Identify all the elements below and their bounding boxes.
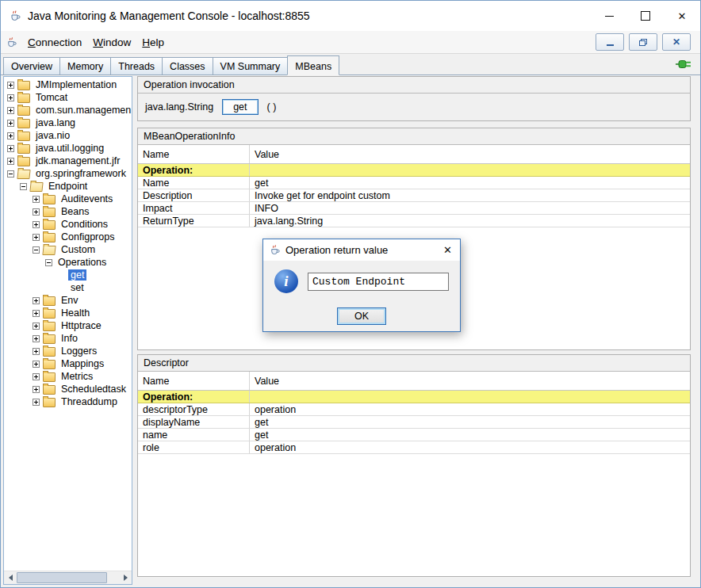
tree-expander-icon[interactable] xyxy=(7,94,14,101)
tree-item[interactable]: Threaddump xyxy=(4,395,132,408)
tree-item[interactable]: Info xyxy=(4,332,132,345)
invoke-get-button[interactable]: get xyxy=(222,99,258,115)
dialog-body: i OK xyxy=(263,261,460,331)
tree-expander-icon[interactable] xyxy=(33,234,40,241)
folder-icon xyxy=(43,347,56,357)
column-header-value[interactable]: Value xyxy=(250,372,690,390)
cell-name: Description xyxy=(138,189,250,201)
tab[interactable]: Threads xyxy=(110,57,163,74)
tree-expander-icon[interactable] xyxy=(33,361,40,368)
tree-expander-icon[interactable] xyxy=(33,335,40,342)
tree-item[interactable]: java.lang xyxy=(4,116,132,129)
tree-expander-icon[interactable] xyxy=(33,246,40,254)
ok-button[interactable]: OK xyxy=(337,307,386,325)
tree-expander-icon[interactable] xyxy=(7,107,14,114)
menu-item[interactable]: Connection xyxy=(22,33,87,52)
tree-expander-icon[interactable] xyxy=(7,120,14,127)
tree-expander-icon[interactable] xyxy=(33,348,40,355)
tree-item[interactable]: Endpoint xyxy=(4,180,132,193)
minimize-icon[interactable] xyxy=(591,1,627,31)
tab[interactable]: Classes xyxy=(162,57,213,74)
close-icon[interactable]: ✕ xyxy=(664,1,700,31)
dialog-title-bar[interactable]: Operation return value ✕ xyxy=(263,239,460,261)
tree-expander-icon[interactable] xyxy=(33,399,40,406)
tabs: OverviewMemoryThreadsClassesVM SummaryMB… xyxy=(3,55,339,74)
tree-expander-icon[interactable] xyxy=(7,158,14,165)
tab[interactable]: MBeans xyxy=(287,55,339,75)
menu-item[interactable]: Help xyxy=(136,33,170,52)
cell-value xyxy=(250,391,690,403)
cell-value: operation xyxy=(250,441,690,453)
frame-close-icon[interactable]: ✕ xyxy=(662,33,691,51)
tree-item[interactable]: Env xyxy=(4,294,132,307)
tree-expander-icon[interactable] xyxy=(33,373,40,380)
menu-item[interactable]: Window xyxy=(87,33,136,52)
tree-expander-icon[interactable] xyxy=(7,170,14,178)
scrollbar-thumb[interactable] xyxy=(17,572,107,583)
tree-item[interactable]: Metrics xyxy=(4,370,132,383)
table-row[interactable]: Operation: xyxy=(138,164,690,177)
tree-item[interactable]: Scheduledtask xyxy=(4,383,132,395)
tree-item[interactable]: Auditevents xyxy=(4,193,132,205)
tree-expander-icon[interactable] xyxy=(33,208,40,216)
operation-invocation-body: java.lang.String get ( ) xyxy=(138,93,690,120)
tree-item[interactable]: jdk.management.jfr xyxy=(4,155,132,167)
tree-expander-icon[interactable] xyxy=(33,386,40,393)
tree-item[interactable]: JMImplementation xyxy=(4,78,132,91)
scroll-right-icon[interactable] xyxy=(119,571,132,584)
tree-item[interactable]: Beans xyxy=(4,205,132,218)
frame-minimize-icon[interactable] xyxy=(596,33,624,51)
tab[interactable]: Memory xyxy=(59,57,111,74)
dialog-close-icon[interactable]: ✕ xyxy=(441,244,454,256)
cell-name: ReturnType xyxy=(138,215,250,227)
tree-item[interactable]: Loggers xyxy=(4,345,132,357)
column-header-name[interactable]: Name xyxy=(138,145,250,163)
column-header-name[interactable]: Name xyxy=(138,372,250,390)
tree-expander-icon[interactable] xyxy=(7,145,14,152)
tree-item[interactable]: Operations xyxy=(4,256,132,269)
tree-expander-icon[interactable] xyxy=(33,221,40,228)
table-row[interactable]: descriptorType operation xyxy=(138,403,690,416)
tree-item[interactable]: Conditions xyxy=(4,218,132,231)
tree-item[interactable]: org.springframework xyxy=(4,167,132,180)
tree-expander-icon[interactable] xyxy=(7,132,14,139)
table-row[interactable]: Impact INFO xyxy=(138,202,690,215)
tree-item[interactable]: get xyxy=(4,269,132,281)
table-row[interactable]: Name get xyxy=(138,177,690,189)
tree-horizontal-scrollbar[interactable] xyxy=(4,571,132,584)
table-row[interactable]: ReturnType java.lang.String xyxy=(138,215,690,227)
column-header-value[interactable]: Value xyxy=(250,145,690,163)
table-row[interactable]: displayName get xyxy=(138,416,690,429)
table-row[interactable]: Operation: xyxy=(138,391,690,403)
tree-item[interactable]: Tomcat xyxy=(4,91,132,104)
table-row[interactable]: role operation xyxy=(138,441,690,454)
tree-expander-icon[interactable] xyxy=(33,196,40,203)
tree-item[interactable]: Health xyxy=(4,307,132,319)
tree-item[interactable]: Httptrace xyxy=(4,319,132,332)
tree-item-label: Httptrace xyxy=(59,320,104,331)
folder-icon xyxy=(43,322,56,331)
tree-item[interactable]: Configprops xyxy=(4,231,132,243)
folder-icon xyxy=(43,398,56,407)
return-value-field[interactable] xyxy=(308,273,449,291)
scroll-left-icon[interactable] xyxy=(4,571,17,584)
tree-item[interactable]: com.sun.managemen xyxy=(4,104,132,116)
tree-item[interactable]: Mappings xyxy=(4,357,132,370)
tab[interactable]: VM Summary xyxy=(213,57,289,74)
tree-expander-icon[interactable] xyxy=(33,323,40,330)
folder-icon xyxy=(17,144,30,154)
table-row[interactable]: name get xyxy=(138,429,690,441)
frame-restore-icon[interactable] xyxy=(629,33,657,51)
tree-item[interactable]: set xyxy=(4,281,132,294)
tree-item[interactable]: java.nio xyxy=(4,129,132,142)
tree-item[interactable]: java.util.logging xyxy=(4,142,132,155)
tab[interactable]: Overview xyxy=(3,57,60,74)
maximize-icon[interactable] xyxy=(627,1,664,31)
tree-item[interactable]: Custom xyxy=(4,243,132,256)
tree-expander-icon[interactable] xyxy=(7,82,14,89)
tree-expander-icon[interactable] xyxy=(33,310,40,317)
tree-expander-icon[interactable] xyxy=(20,183,27,190)
tree-expander-icon[interactable] xyxy=(45,259,52,266)
tree-expander-icon[interactable] xyxy=(33,297,40,304)
table-row[interactable]: Description Invoke get for endpoint cust… xyxy=(138,189,690,202)
